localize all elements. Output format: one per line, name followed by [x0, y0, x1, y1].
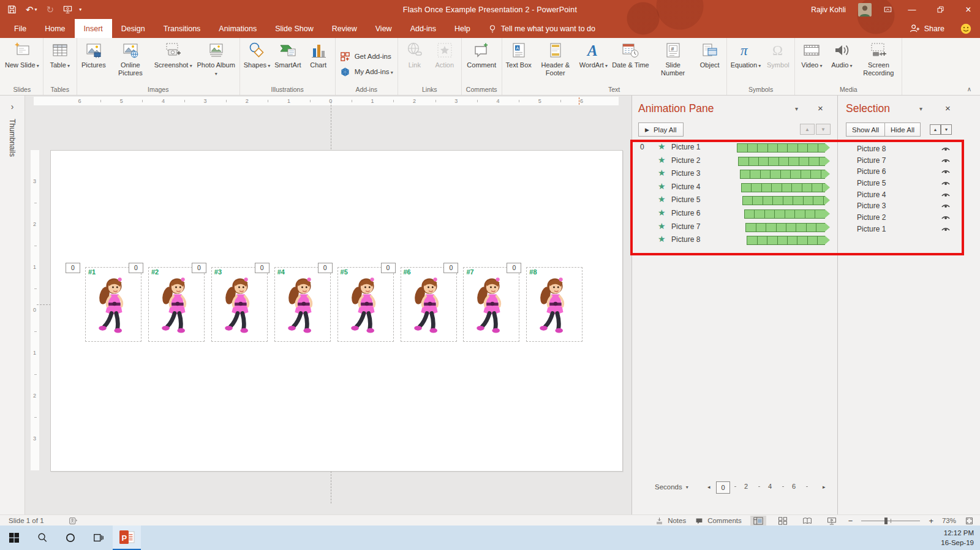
tab-help[interactable]: Help — [445, 19, 480, 38]
tab-add-ins[interactable]: Add-ins — [401, 19, 445, 38]
powerpoint-taskbar-button[interactable]: P — [113, 526, 141, 550]
thumbnails-strip[interactable]: › Thumbnails — [0, 96, 25, 514]
tab-file[interactable]: File — [5, 19, 36, 38]
header-footer-button[interactable]: Header & Footer — [534, 39, 577, 78]
shapes-button[interactable]: Shapes ▾ — [242, 39, 273, 70]
reading-view-button[interactable] — [799, 516, 815, 526]
collapse-ribbon-icon[interactable]: ∧ — [967, 86, 971, 92]
walking-girl-image[interactable] — [283, 273, 321, 337]
share-button[interactable]: Share — [910, 24, 944, 33]
pictures-button[interactable]: Pictures — [79, 39, 108, 70]
walking-girl-image[interactable] — [346, 273, 384, 337]
comment-button[interactable]: Comment — [465, 39, 498, 70]
taskbar-clock[interactable]: 12:12 PM 16-Sep-19 — [941, 528, 974, 548]
zoom-in-button[interactable]: + — [929, 516, 933, 526]
screen-recording-button[interactable]: Screen Recording — [857, 39, 900, 78]
date-time-button[interactable]: Date & Time — [610, 39, 651, 70]
bring-forward-button[interactable]: ▲ — [930, 124, 941, 135]
expand-thumbnails-icon[interactable]: › — [11, 102, 14, 111]
tab-slide-show[interactable]: Slide Show — [266, 19, 323, 38]
video-button[interactable]: Video ▾ — [797, 39, 826, 70]
move-earlier-button[interactable]: ▲ — [800, 124, 815, 135]
selection-pane-menu-icon[interactable]: ▾ — [919, 105, 922, 112]
tab-home[interactable]: Home — [36, 19, 74, 38]
show-all-button[interactable]: Show All — [846, 122, 885, 137]
notes-button[interactable]: Notes — [655, 517, 686, 525]
walking-girl-image[interactable] — [220, 273, 258, 337]
picture-frame-4[interactable]: #4 — [274, 267, 331, 342]
tab-insert[interactable]: Insert — [75, 19, 112, 38]
zoom-out-button[interactable]: − — [848, 516, 853, 526]
zoom-percent[interactable]: 73% — [942, 517, 956, 524]
taskbar-search-button[interactable] — [28, 526, 56, 550]
start-button[interactable] — [0, 526, 28, 550]
task-view-button[interactable] — [85, 526, 113, 550]
minimize-button[interactable]: — — [904, 4, 920, 16]
animation-pane-close-icon[interactable]: × — [818, 103, 823, 113]
object-button[interactable]: Object — [695, 39, 725, 70]
cortana-button[interactable] — [56, 526, 85, 550]
zoom-slider[interactable] — [861, 516, 920, 526]
tab-animations[interactable]: Animations — [209, 19, 266, 38]
normal-view-button[interactable] — [750, 516, 766, 526]
slide-sorter-view-button[interactable] — [775, 516, 791, 526]
table-button[interactable]: Table ▾ — [45, 39, 75, 70]
my-add-ins-button[interactable]: My Add-ins ▾ — [340, 67, 393, 77]
customize-qat-icon[interactable]: ▾ — [79, 7, 81, 12]
close-button[interactable]: × — [960, 4, 976, 16]
save-icon[interactable] — [7, 5, 17, 14]
tab-review[interactable]: Review — [323, 19, 366, 38]
walking-girl-image[interactable] — [409, 273, 447, 337]
timeline-scroll-left-icon[interactable]: ◂ — [707, 484, 710, 490]
tab-transitions[interactable]: Transitions — [154, 19, 210, 38]
picture-frame-7[interactable]: #7 — [463, 267, 519, 342]
picture-frame-8[interactable]: #8 — [526, 267, 582, 342]
tell-me-box[interactable]: Tell me what you want to do — [488, 19, 595, 38]
selection-pane-close-icon[interactable]: × — [945, 103, 951, 113]
walking-girl-image[interactable] — [535, 273, 573, 337]
online-pictures-button[interactable]: Online Pictures — [109, 39, 152, 78]
picture-frame-2[interactable]: #2 — [148, 267, 205, 342]
play-all-button[interactable]: ▶ Play All — [638, 122, 684, 137]
feedback-smiley-icon[interactable] — [960, 23, 971, 34]
hide-all-button[interactable]: Hide All — [884, 122, 921, 137]
zoom-slider-thumb[interactable] — [884, 518, 888, 524]
start-slideshow-icon[interactable] — [63, 5, 72, 14]
timeline-unit-dropdown[interactable]: Seconds ▾ — [655, 483, 688, 491]
walking-girl-image[interactable] — [472, 273, 510, 337]
wordart-button[interactable]: AWordArt ▾ — [578, 39, 609, 70]
equation-button[interactable]: πEquation ▾ — [729, 39, 763, 70]
slideshow-view-button[interactable] — [824, 516, 840, 526]
picture-frame-1[interactable]: #1 — [85, 267, 141, 342]
comments-button[interactable]: Comments — [695, 517, 742, 525]
tab-design[interactable]: Design — [112, 19, 154, 38]
animation-pane-menu-icon[interactable]: ▾ — [795, 105, 798, 112]
restore-button[interactable] — [932, 4, 948, 16]
get-add-ins-button[interactable]: Get Add-ins — [340, 51, 391, 62]
undo-caret-icon[interactable]: ▾ — [35, 7, 37, 12]
chart-button[interactable]: Chart — [304, 39, 333, 70]
audio-button[interactable]: Audio ▾ — [827, 39, 856, 70]
smartart-button[interactable]: SmartArt — [273, 39, 303, 70]
slide-canvas[interactable]: 0#10#20#30#40#50#60#70#8 — [50, 150, 623, 472]
walking-girl-image[interactable] — [157, 273, 195, 337]
fit-to-window-icon[interactable] — [965, 517, 974, 525]
ribbon-display-options-icon[interactable] — [884, 6, 892, 13]
photo-album-button[interactable]: Photo Album ▾ — [195, 39, 238, 78]
picture-frame-5[interactable]: #5 — [337, 267, 394, 342]
screenshot-button[interactable]: Screenshot ▾ — [153, 39, 194, 70]
picture-frame-3[interactable]: #3 — [211, 267, 268, 342]
undo-button[interactable]: ↶ ▾ — [26, 5, 37, 14]
tab-view[interactable]: View — [366, 19, 401, 38]
picture-frame-6[interactable]: #6 — [401, 267, 457, 342]
timeline-scroll-right-icon[interactable]: ▸ — [823, 484, 826, 490]
repeat-icon[interactable]: ↻ — [47, 5, 55, 14]
accessibility-checker-icon[interactable] — [69, 517, 78, 525]
new-slide-button[interactable]: New Slide ▾ — [3, 39, 41, 70]
text-box-button[interactable]: AText Box — [504, 39, 533, 70]
avatar[interactable] — [858, 3, 872, 17]
send-backward-button[interactable]: ▼ — [941, 124, 952, 135]
move-later-button[interactable]: ▼ — [816, 124, 831, 135]
walking-girl-image[interactable] — [94, 273, 132, 337]
slide-number-button[interactable]: #Slide Number — [652, 39, 695, 78]
